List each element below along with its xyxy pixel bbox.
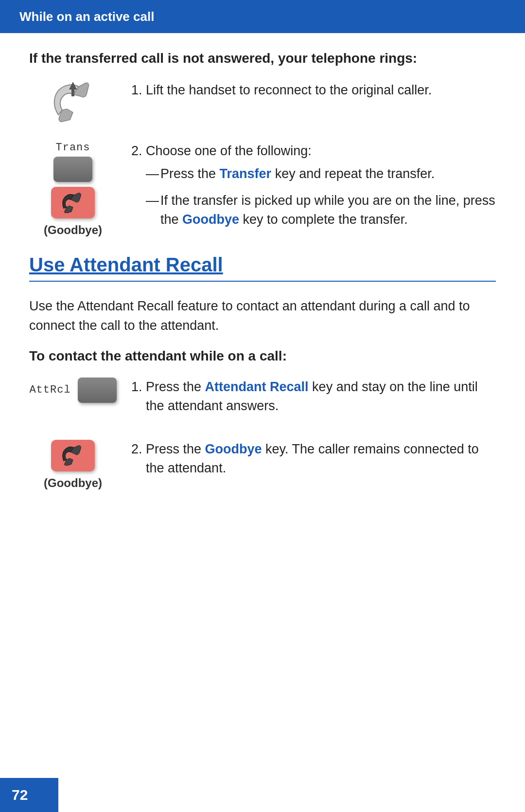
attrcl-step2-instruction: Press the Goodbye key. The caller remain… (146, 440, 496, 478)
attrcl-step2-text: Press the Goodbye key. The caller remain… (131, 440, 496, 487)
attrcl-step1-instruction: Press the Attendant Recall key and stay … (146, 378, 496, 415)
step2-row: Trans (Goodbye) Choose one of the follow… (29, 142, 496, 239)
step2-bullet1: Press the Transfer key and repeat the tr… (146, 164, 496, 183)
transfer-key-button (53, 157, 92, 182)
step1-row: Lift the handset to reconnect to the ori… (29, 81, 496, 127)
goodbye-label-2: (Goodbye) (44, 476, 102, 490)
section2-subheading: To contact the attendant while on a call… (29, 348, 496, 364)
section2-title: Use Attendant Recall (29, 254, 496, 276)
attrcl-step1-text: Press the Attendant Recall key and stay … (131, 378, 496, 425)
handset-up-icon (44, 81, 102, 127)
header-title: While on an active call (19, 9, 154, 24)
step2-intro: Choose one of the following: Press the T… (146, 142, 496, 230)
section1-heading: If the transferred call is not answered,… (29, 51, 496, 66)
attrcl-key-button (78, 378, 117, 403)
attrcl-step2-row: (Goodbye) Press the Goodbye key. The cal… (29, 440, 496, 490)
trans-label: Trans (55, 142, 90, 154)
section-divider (29, 281, 496, 282)
attrcl-icon-col: AttRcl (29, 378, 117, 403)
main-content: If the transferred call is not answered,… (0, 51, 525, 490)
step1-text-col: Lift the handset to reconnect to the ori… (131, 81, 496, 109)
attrcl-key-row: AttRcl (29, 378, 116, 403)
page-number: 72 (0, 778, 58, 812)
attrcl-step1-row: AttRcl Press the Attendant Recall key an… (29, 378, 496, 425)
attrcl-label: AttRcl (29, 384, 70, 396)
goodbye-label-1: (Goodbye) (44, 223, 102, 237)
section2-body: Use the Attendant Recall feature to cont… (29, 296, 496, 336)
step2-bullet2: If the transfer is picked up while you a… (146, 191, 496, 229)
goodbye-handset-icon-2 (60, 445, 87, 466)
header-bar: While on an active call (0, 0, 525, 33)
goodbye-handset-icon (60, 193, 87, 213)
step2-text-col: Choose one of the following: Press the T… (131, 142, 496, 239)
goodbye-button-icon (51, 187, 95, 218)
trans-icon-col: Trans (Goodbye) (29, 142, 117, 237)
goodbye-button-icon-2 (51, 440, 95, 471)
step1-instruction: Lift the handset to reconnect to the ori… (146, 81, 496, 100)
goodbye2-icon-col: (Goodbye) (29, 440, 117, 490)
handset-icon-col (29, 81, 117, 127)
